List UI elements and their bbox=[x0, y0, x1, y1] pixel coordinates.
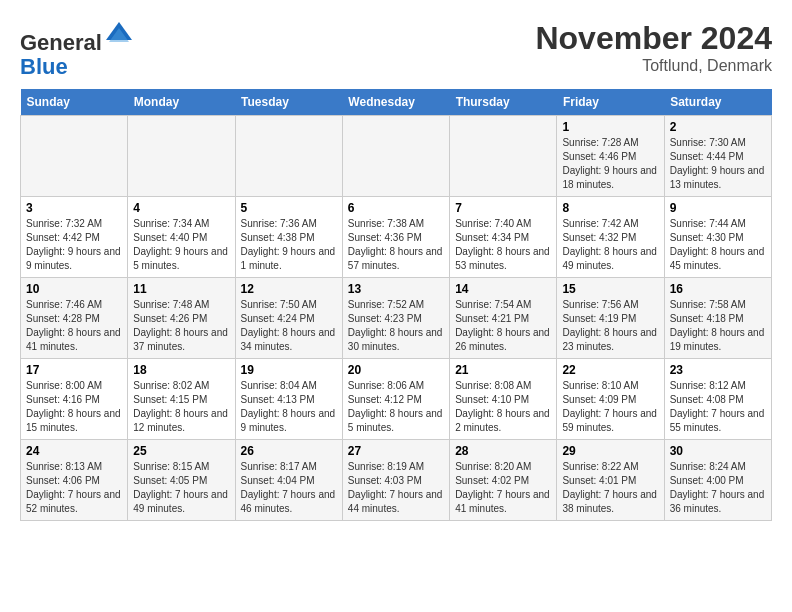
calendar-cell: 8Sunrise: 7:42 AMSunset: 4:32 PMDaylight… bbox=[557, 197, 664, 278]
calendar-cell: 15Sunrise: 7:56 AMSunset: 4:19 PMDayligh… bbox=[557, 278, 664, 359]
weekday-header-friday: Friday bbox=[557, 89, 664, 116]
page-header: General Blue November 2024 Toftlund, Den… bbox=[20, 20, 772, 79]
day-info: Sunrise: 7:40 AMSunset: 4:34 PMDaylight:… bbox=[455, 217, 551, 273]
calendar-body: 1Sunrise: 7:28 AMSunset: 4:46 PMDaylight… bbox=[21, 116, 772, 521]
logo-general-text: General bbox=[20, 30, 102, 55]
day-info: Sunrise: 7:46 AMSunset: 4:28 PMDaylight:… bbox=[26, 298, 122, 354]
day-number: 25 bbox=[133, 444, 229, 458]
calendar-cell bbox=[128, 116, 235, 197]
day-info: Sunrise: 8:20 AMSunset: 4:02 PMDaylight:… bbox=[455, 460, 551, 516]
day-number: 19 bbox=[241, 363, 337, 377]
day-number: 26 bbox=[241, 444, 337, 458]
day-number: 24 bbox=[26, 444, 122, 458]
day-info: Sunrise: 7:50 AMSunset: 4:24 PMDaylight:… bbox=[241, 298, 337, 354]
day-info: Sunrise: 8:02 AMSunset: 4:15 PMDaylight:… bbox=[133, 379, 229, 435]
day-number: 20 bbox=[348, 363, 444, 377]
day-info: Sunrise: 8:13 AMSunset: 4:06 PMDaylight:… bbox=[26, 460, 122, 516]
calendar-cell: 18Sunrise: 8:02 AMSunset: 4:15 PMDayligh… bbox=[128, 359, 235, 440]
day-number: 28 bbox=[455, 444, 551, 458]
day-number: 14 bbox=[455, 282, 551, 296]
calendar-table: SundayMondayTuesdayWednesdayThursdayFrid… bbox=[20, 89, 772, 521]
day-info: Sunrise: 7:42 AMSunset: 4:32 PMDaylight:… bbox=[562, 217, 658, 273]
day-info: Sunrise: 7:32 AMSunset: 4:42 PMDaylight:… bbox=[26, 217, 122, 273]
weekday-header-saturday: Saturday bbox=[664, 89, 771, 116]
calendar-cell: 2Sunrise: 7:30 AMSunset: 4:44 PMDaylight… bbox=[664, 116, 771, 197]
calendar-cell: 25Sunrise: 8:15 AMSunset: 4:05 PMDayligh… bbox=[128, 440, 235, 521]
calendar-week-3: 10Sunrise: 7:46 AMSunset: 4:28 PMDayligh… bbox=[21, 278, 772, 359]
weekday-header-thursday: Thursday bbox=[450, 89, 557, 116]
calendar-cell bbox=[235, 116, 342, 197]
weekday-header-monday: Monday bbox=[128, 89, 235, 116]
day-number: 27 bbox=[348, 444, 444, 458]
day-number: 22 bbox=[562, 363, 658, 377]
day-info: Sunrise: 7:44 AMSunset: 4:30 PMDaylight:… bbox=[670, 217, 766, 273]
day-number: 4 bbox=[133, 201, 229, 215]
calendar-cell: 26Sunrise: 8:17 AMSunset: 4:04 PMDayligh… bbox=[235, 440, 342, 521]
calendar-cell: 5Sunrise: 7:36 AMSunset: 4:38 PMDaylight… bbox=[235, 197, 342, 278]
weekday-header-row: SundayMondayTuesdayWednesdayThursdayFrid… bbox=[21, 89, 772, 116]
calendar-header: SundayMondayTuesdayWednesdayThursdayFrid… bbox=[21, 89, 772, 116]
calendar-week-5: 24Sunrise: 8:13 AMSunset: 4:06 PMDayligh… bbox=[21, 440, 772, 521]
day-number: 16 bbox=[670, 282, 766, 296]
day-number: 11 bbox=[133, 282, 229, 296]
calendar-cell: 1Sunrise: 7:28 AMSunset: 4:46 PMDaylight… bbox=[557, 116, 664, 197]
title-block: November 2024 Toftlund, Denmark bbox=[535, 20, 772, 75]
day-number: 18 bbox=[133, 363, 229, 377]
calendar-cell bbox=[342, 116, 449, 197]
weekday-header-sunday: Sunday bbox=[21, 89, 128, 116]
day-info: Sunrise: 7:52 AMSunset: 4:23 PMDaylight:… bbox=[348, 298, 444, 354]
calendar-cell: 27Sunrise: 8:19 AMSunset: 4:03 PMDayligh… bbox=[342, 440, 449, 521]
day-info: Sunrise: 8:08 AMSunset: 4:10 PMDaylight:… bbox=[455, 379, 551, 435]
calendar-cell: 28Sunrise: 8:20 AMSunset: 4:02 PMDayligh… bbox=[450, 440, 557, 521]
day-number: 8 bbox=[562, 201, 658, 215]
day-number: 10 bbox=[26, 282, 122, 296]
day-info: Sunrise: 8:15 AMSunset: 4:05 PMDaylight:… bbox=[133, 460, 229, 516]
day-number: 3 bbox=[26, 201, 122, 215]
calendar-cell: 6Sunrise: 7:38 AMSunset: 4:36 PMDaylight… bbox=[342, 197, 449, 278]
logo: General Blue bbox=[20, 20, 134, 79]
day-info: Sunrise: 8:22 AMSunset: 4:01 PMDaylight:… bbox=[562, 460, 658, 516]
day-info: Sunrise: 8:00 AMSunset: 4:16 PMDaylight:… bbox=[26, 379, 122, 435]
calendar-cell: 10Sunrise: 7:46 AMSunset: 4:28 PMDayligh… bbox=[21, 278, 128, 359]
day-number: 15 bbox=[562, 282, 658, 296]
month-title: November 2024 bbox=[535, 20, 772, 57]
logo-icon bbox=[104, 20, 134, 50]
day-info: Sunrise: 8:19 AMSunset: 4:03 PMDaylight:… bbox=[348, 460, 444, 516]
day-info: Sunrise: 8:06 AMSunset: 4:12 PMDaylight:… bbox=[348, 379, 444, 435]
day-number: 7 bbox=[455, 201, 551, 215]
day-info: Sunrise: 7:48 AMSunset: 4:26 PMDaylight:… bbox=[133, 298, 229, 354]
calendar-cell: 9Sunrise: 7:44 AMSunset: 4:30 PMDaylight… bbox=[664, 197, 771, 278]
day-info: Sunrise: 7:36 AMSunset: 4:38 PMDaylight:… bbox=[241, 217, 337, 273]
day-number: 29 bbox=[562, 444, 658, 458]
calendar-cell: 23Sunrise: 8:12 AMSunset: 4:08 PMDayligh… bbox=[664, 359, 771, 440]
calendar-cell: 12Sunrise: 7:50 AMSunset: 4:24 PMDayligh… bbox=[235, 278, 342, 359]
day-number: 9 bbox=[670, 201, 766, 215]
calendar-cell bbox=[21, 116, 128, 197]
day-info: Sunrise: 8:17 AMSunset: 4:04 PMDaylight:… bbox=[241, 460, 337, 516]
calendar-cell: 14Sunrise: 7:54 AMSunset: 4:21 PMDayligh… bbox=[450, 278, 557, 359]
calendar-cell: 21Sunrise: 8:08 AMSunset: 4:10 PMDayligh… bbox=[450, 359, 557, 440]
calendar-cell: 24Sunrise: 8:13 AMSunset: 4:06 PMDayligh… bbox=[21, 440, 128, 521]
day-info: Sunrise: 7:58 AMSunset: 4:18 PMDaylight:… bbox=[670, 298, 766, 354]
calendar-cell: 29Sunrise: 8:22 AMSunset: 4:01 PMDayligh… bbox=[557, 440, 664, 521]
day-number: 6 bbox=[348, 201, 444, 215]
day-number: 21 bbox=[455, 363, 551, 377]
logo-blue-text: Blue bbox=[20, 54, 68, 79]
calendar-cell: 16Sunrise: 7:58 AMSunset: 4:18 PMDayligh… bbox=[664, 278, 771, 359]
calendar-cell: 11Sunrise: 7:48 AMSunset: 4:26 PMDayligh… bbox=[128, 278, 235, 359]
day-info: Sunrise: 8:24 AMSunset: 4:00 PMDaylight:… bbox=[670, 460, 766, 516]
day-number: 1 bbox=[562, 120, 658, 134]
calendar-cell: 13Sunrise: 7:52 AMSunset: 4:23 PMDayligh… bbox=[342, 278, 449, 359]
calendar-cell: 4Sunrise: 7:34 AMSunset: 4:40 PMDaylight… bbox=[128, 197, 235, 278]
calendar-cell: 17Sunrise: 8:00 AMSunset: 4:16 PMDayligh… bbox=[21, 359, 128, 440]
day-number: 30 bbox=[670, 444, 766, 458]
day-info: Sunrise: 7:28 AMSunset: 4:46 PMDaylight:… bbox=[562, 136, 658, 192]
day-number: 5 bbox=[241, 201, 337, 215]
calendar-cell: 3Sunrise: 7:32 AMSunset: 4:42 PMDaylight… bbox=[21, 197, 128, 278]
day-info: Sunrise: 8:04 AMSunset: 4:13 PMDaylight:… bbox=[241, 379, 337, 435]
day-number: 17 bbox=[26, 363, 122, 377]
day-number: 23 bbox=[670, 363, 766, 377]
day-info: Sunrise: 7:30 AMSunset: 4:44 PMDaylight:… bbox=[670, 136, 766, 192]
calendar-week-4: 17Sunrise: 8:00 AMSunset: 4:16 PMDayligh… bbox=[21, 359, 772, 440]
day-number: 12 bbox=[241, 282, 337, 296]
